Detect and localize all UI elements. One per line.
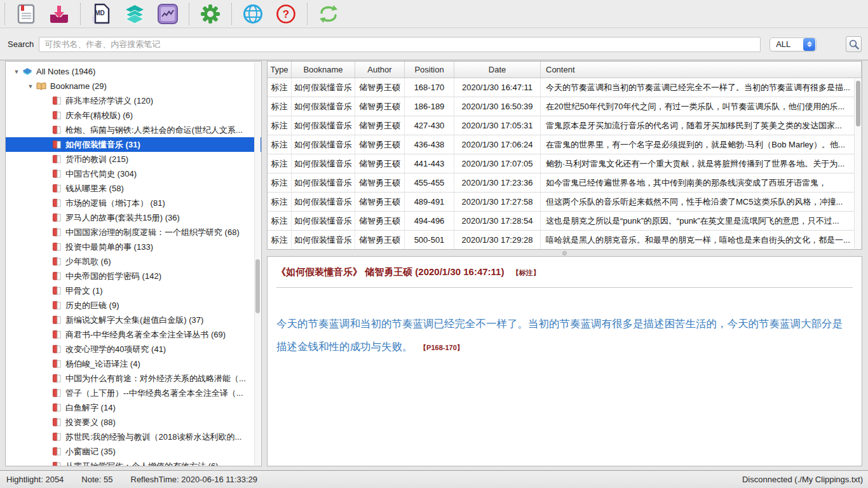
sidebar-book-item[interactable]: 小窗幽记 (35) [6, 444, 261, 459]
table-cell: 2020/1/30 17:29:28 [454, 231, 541, 249]
sidebar-book-item[interactable]: 从零开始学写作：个人增值的有效方法 (6) [6, 459, 261, 466]
column-header-author[interactable]: Author [355, 62, 405, 78]
table-scrollbar[interactable] [854, 79, 861, 248]
sidebar-book-item[interactable]: 新编说文解字大全集(超值白金版) (37) [6, 313, 261, 327]
column-header-position[interactable]: Position [405, 62, 454, 78]
sidebar-book-item[interactable]: 中央帝国的哲学密码 (142) [6, 269, 261, 283]
sync-refresh-button[interactable] [317, 3, 340, 25]
sidebar-book-item[interactable]: 少年凯歌 (6) [6, 254, 261, 269]
book-icon [50, 242, 63, 252]
book-icon [50, 140, 63, 149]
book-icon [50, 257, 63, 266]
sidebar-book-item[interactable]: 改变心理学的40项研究 (41) [6, 342, 261, 356]
notes-document-button[interactable] [15, 3, 37, 25]
sidebar-book-item[interactable]: 投资中最简单的事 (133) [6, 240, 261, 254]
sidebar-book-item[interactable]: 商君书-中华经典名著全本全注全译丛书 (69) [6, 327, 261, 342]
sidebar-book-item[interactable]: 罗马人的故事(套装共15册) (36) [6, 210, 261, 225]
sidebar-item-bookname-group[interactable]: ▼ Bookname (29) [6, 79, 261, 93]
book-icon [50, 432, 63, 442]
sidebar-book-item[interactable]: 中国国家治理的制度逻辑：一个组织学研究 (68) [6, 225, 261, 240]
table-row[interactable]: 标注如何假装懂音乐储智勇王硕427-4302020/1/30 17:05:31雷… [268, 116, 862, 135]
sidebar-book-item[interactable]: 如何假装懂音乐 (31) [6, 137, 261, 152]
search-input[interactable] [39, 37, 761, 52]
sidebar-book-item[interactable]: 苏世民:我的经验与教训（2018读桥水达利欧的... [6, 430, 261, 444]
sidebar-book-item[interactable]: 枪炮、病菌与钢铁:人类社会的命运(世纪人文系... [6, 123, 261, 137]
notes-table-panel: TypeBooknameAuthorPositionDateContent 标注… [267, 61, 862, 250]
sidebar-book-item[interactable]: 市场的逻辑（增订本） (81) [6, 196, 261, 210]
sidebar-book-item[interactable]: 货币的教训 (215) [6, 152, 261, 166]
table-row[interactable]: 标注如何假装懂音乐储智勇王硕441-4432020/1/30 17:07:05鲍… [268, 154, 862, 173]
disclosure-triangle-icon[interactable]: ▼ [12, 69, 21, 75]
table-cell: 如何假装懂音乐 [292, 78, 355, 97]
disclosure-triangle-icon[interactable]: ▼ [26, 83, 35, 90]
markdown-export-button[interactable]: MD [90, 3, 113, 25]
sidebar-scrollbar-thumb[interactable] [255, 259, 260, 313]
book-label: 薛兆丰经济学讲义 (120) [65, 95, 153, 107]
table-cell: 如何假装懂音乐 [292, 135, 355, 154]
book-label: 市场的逻辑（增订本） (81) [65, 198, 165, 209]
table-cell: 但这两个乐队的音乐听起来截然不同，性手枪沿袭了MC5这类乐队的风格，冲撞... [541, 193, 862, 211]
sidebar-book-item[interactable]: 投资要义 (88) [6, 415, 261, 430]
import-clippings-button[interactable] [48, 3, 71, 25]
sidebar-book-item[interactable]: 历史的巨镜 (9) [6, 298, 261, 313]
book-label: 苏世民:我的经验与教训（2018读桥水达利欧的... [65, 431, 241, 443]
splitter-handle-icon[interactable] [562, 251, 567, 255]
column-header-type[interactable]: Type [268, 62, 292, 78]
note-detail-panel: 《如何假装懂音乐》 储智勇王硕 (2020/1/30 16:47:11) 【标注… [267, 256, 862, 466]
table-cell: 储智勇王硕 [355, 193, 405, 211]
table-cell: 500-501 [405, 231, 454, 249]
table-cell: 如何假装懂音乐 [292, 212, 355, 230]
statistics-button[interactable] [156, 3, 179, 25]
table-row[interactable]: 标注如何假装懂音乐储智勇王硕494-4962020/1/30 17:28:54这… [268, 212, 862, 231]
search-bar: Search ALL [0, 29, 868, 60]
table-cell: 如何假装懂音乐 [292, 154, 355, 173]
table-row[interactable]: 标注如何假装懂音乐储智勇王硕489-4912020/1/30 17:27:58但… [268, 193, 862, 212]
sidebar-book-item[interactable]: 薛兆丰经济学讲义 (120) [6, 93, 261, 108]
table-cell: 储智勇王硕 [355, 212, 405, 230]
table-row[interactable]: 标注如何假装懂音乐储智勇王硕186-1892020/1/30 16:50:39在… [268, 97, 862, 116]
open-book-icon [35, 82, 48, 91]
table-cell: 2020/1/30 17:27:58 [454, 193, 541, 211]
sidebar-book-item[interactable]: 杨伯峻_论语译注 (4) [6, 356, 261, 371]
svg-text:MD: MD [95, 10, 105, 17]
table-cell: 168-170 [405, 78, 454, 97]
sidebar-scrollbar[interactable] [254, 62, 261, 465]
sidebar-book-item[interactable]: 甲骨文 (1) [6, 283, 261, 298]
column-header-content[interactable]: Content [541, 62, 862, 78]
settings-button[interactable] [199, 3, 222, 25]
table-row[interactable]: 标注如何假装懂音乐储智勇王硕436-4382020/1/30 17:06:24在… [268, 135, 862, 154]
book-label: 如何假装懂音乐 (31) [65, 139, 140, 151]
help-button[interactable]: ? [275, 3, 297, 25]
layers-button[interactable] [123, 3, 146, 25]
search-button[interactable] [846, 36, 862, 52]
website-button[interactable] [241, 3, 264, 25]
table-row[interactable]: 标注如何假装懂音乐储智勇王硕455-4552020/1/30 17:23:36如… [268, 173, 862, 193]
column-header-bookname[interactable]: Bookname [292, 62, 355, 78]
sidebar-book-item[interactable]: 中国古代简史 (304) [6, 166, 261, 181]
table-cell: 494-496 [405, 212, 454, 230]
sidebar-book-item[interactable]: 白鱼解字 (14) [6, 400, 261, 415]
book-label: 枪炮、病菌与钢铁:人类社会的命运(世纪人文系... [65, 125, 243, 136]
sidebar-book-item[interactable]: 中国为什么有前途：对外经济关系的战略潜能（... [6, 371, 261, 386]
filter-dropdown[interactable]: ALL [770, 37, 817, 51]
book-icon [50, 344, 63, 354]
book-icon [50, 111, 63, 120]
sidebar-book-item[interactable]: 管子（上下册）--中华经典名著全本全注全译（... [6, 386, 261, 400]
book-label: 中国为什么有前途：对外经济关系的战略潜能（... [65, 373, 246, 384]
table-cell: 2020/1/30 16:50:39 [454, 97, 541, 116]
sidebar-book-item[interactable]: 庆余年(精校版) (6) [6, 108, 261, 123]
toolbar-separator [231, 3, 232, 25]
table-cell: 如何假装懂音乐 [292, 231, 355, 249]
panel-splitter[interactable] [267, 250, 862, 256]
book-icon [50, 417, 63, 427]
table-cell: 标注 [268, 173, 292, 192]
status-highlight-count: Hightlight: 2054 [6, 475, 64, 484]
sidebar-item-all-notes[interactable]: ▼ All Notes (1946) [6, 64, 261, 79]
book-label: 改变心理学的40项研究 (41) [65, 344, 166, 355]
book-label: 中国古代简史 (304) [65, 168, 137, 180]
sidebar-book-item[interactable]: 钱从哪里来 (58) [6, 181, 261, 196]
table-row[interactable]: 标注如何假装懂音乐储智勇王硕500-5012020/1/30 17:29:28嘻… [268, 231, 862, 250]
table-scrollbar-thumb[interactable] [856, 81, 860, 126]
table-row[interactable]: 标注如何假装懂音乐储智勇王硕168-1702020/1/30 16:47:11今… [268, 78, 862, 97]
column-header-date[interactable]: Date [454, 62, 541, 78]
